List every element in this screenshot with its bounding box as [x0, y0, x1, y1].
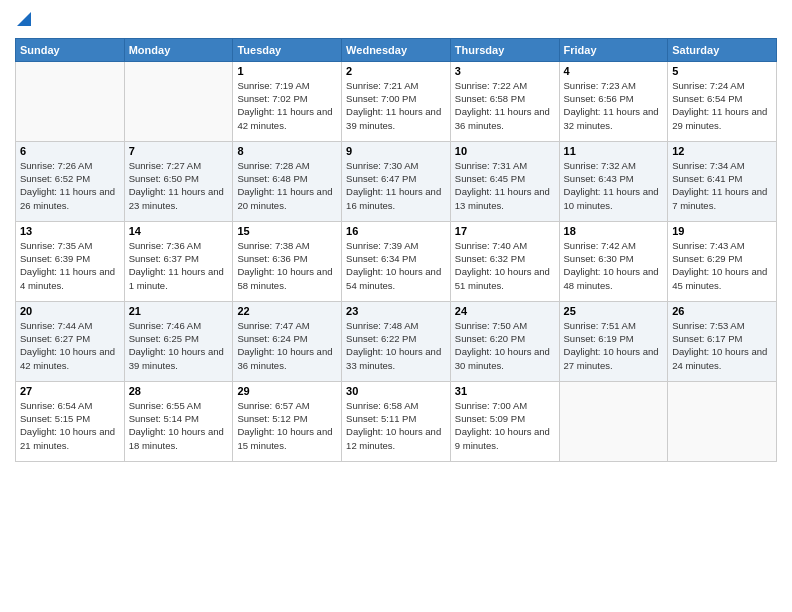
calendar-cell: 24Sunrise: 7:50 AMSunset: 6:20 PMDayligh… [450, 301, 559, 381]
calendar-cell: 21Sunrise: 7:46 AMSunset: 6:25 PMDayligh… [124, 301, 233, 381]
day-info: Sunrise: 7:00 AMSunset: 5:09 PMDaylight:… [455, 399, 555, 452]
day-info: Sunrise: 7:51 AMSunset: 6:19 PMDaylight:… [564, 319, 664, 372]
day-number: 27 [20, 385, 120, 397]
day-info: Sunrise: 7:46 AMSunset: 6:25 PMDaylight:… [129, 319, 229, 372]
calendar-cell: 7Sunrise: 7:27 AMSunset: 6:50 PMDaylight… [124, 141, 233, 221]
day-number: 30 [346, 385, 446, 397]
day-info: Sunrise: 6:54 AMSunset: 5:15 PMDaylight:… [20, 399, 120, 452]
calendar-cell: 20Sunrise: 7:44 AMSunset: 6:27 PMDayligh… [16, 301, 125, 381]
calendar-week-row: 27Sunrise: 6:54 AMSunset: 5:15 PMDayligh… [16, 381, 777, 461]
day-number: 24 [455, 305, 555, 317]
day-number: 3 [455, 65, 555, 77]
calendar-cell: 18Sunrise: 7:42 AMSunset: 6:30 PMDayligh… [559, 221, 668, 301]
day-info: Sunrise: 7:32 AMSunset: 6:43 PMDaylight:… [564, 159, 664, 212]
day-number: 11 [564, 145, 664, 157]
day-number: 9 [346, 145, 446, 157]
day-number: 4 [564, 65, 664, 77]
day-info: Sunrise: 7:19 AMSunset: 7:02 PMDaylight:… [237, 79, 337, 132]
calendar-cell: 14Sunrise: 7:36 AMSunset: 6:37 PMDayligh… [124, 221, 233, 301]
day-info: Sunrise: 7:43 AMSunset: 6:29 PMDaylight:… [672, 239, 772, 292]
calendar-cell: 19Sunrise: 7:43 AMSunset: 6:29 PMDayligh… [668, 221, 777, 301]
day-number: 1 [237, 65, 337, 77]
calendar-cell: 17Sunrise: 7:40 AMSunset: 6:32 PMDayligh… [450, 221, 559, 301]
day-info: Sunrise: 7:34 AMSunset: 6:41 PMDaylight:… [672, 159, 772, 212]
day-number: 14 [129, 225, 229, 237]
day-number: 8 [237, 145, 337, 157]
day-info: Sunrise: 7:31 AMSunset: 6:45 PMDaylight:… [455, 159, 555, 212]
calendar-cell: 22Sunrise: 7:47 AMSunset: 6:24 PMDayligh… [233, 301, 342, 381]
calendar-cell: 23Sunrise: 7:48 AMSunset: 6:22 PMDayligh… [342, 301, 451, 381]
calendar-cell: 27Sunrise: 6:54 AMSunset: 5:15 PMDayligh… [16, 381, 125, 461]
day-info: Sunrise: 7:42 AMSunset: 6:30 PMDaylight:… [564, 239, 664, 292]
day-info: Sunrise: 7:36 AMSunset: 6:37 PMDaylight:… [129, 239, 229, 292]
day-number: 2 [346, 65, 446, 77]
calendar-cell: 26Sunrise: 7:53 AMSunset: 6:17 PMDayligh… [668, 301, 777, 381]
calendar-cell: 1Sunrise: 7:19 AMSunset: 7:02 PMDaylight… [233, 61, 342, 141]
day-number: 18 [564, 225, 664, 237]
calendar-cell: 11Sunrise: 7:32 AMSunset: 6:43 PMDayligh… [559, 141, 668, 221]
day-info: Sunrise: 7:35 AMSunset: 6:39 PMDaylight:… [20, 239, 120, 292]
weekday-header-thursday: Thursday [450, 38, 559, 61]
day-number: 25 [564, 305, 664, 317]
day-info: Sunrise: 7:30 AMSunset: 6:47 PMDaylight:… [346, 159, 446, 212]
day-number: 23 [346, 305, 446, 317]
day-info: Sunrise: 7:26 AMSunset: 6:52 PMDaylight:… [20, 159, 120, 212]
logo-triangle-icon [17, 12, 31, 26]
day-number: 5 [672, 65, 772, 77]
day-number: 6 [20, 145, 120, 157]
day-info: Sunrise: 7:50 AMSunset: 6:20 PMDaylight:… [455, 319, 555, 372]
calendar-cell: 28Sunrise: 6:55 AMSunset: 5:14 PMDayligh… [124, 381, 233, 461]
svg-marker-0 [17, 12, 31, 26]
calendar-cell: 31Sunrise: 7:00 AMSunset: 5:09 PMDayligh… [450, 381, 559, 461]
calendar-cell: 12Sunrise: 7:34 AMSunset: 6:41 PMDayligh… [668, 141, 777, 221]
weekday-header-friday: Friday [559, 38, 668, 61]
day-number: 10 [455, 145, 555, 157]
day-info: Sunrise: 6:57 AMSunset: 5:12 PMDaylight:… [237, 399, 337, 452]
calendar-week-row: 20Sunrise: 7:44 AMSunset: 6:27 PMDayligh… [16, 301, 777, 381]
calendar-cell: 13Sunrise: 7:35 AMSunset: 6:39 PMDayligh… [16, 221, 125, 301]
calendar-week-row: 13Sunrise: 7:35 AMSunset: 6:39 PMDayligh… [16, 221, 777, 301]
day-info: Sunrise: 7:28 AMSunset: 6:48 PMDaylight:… [237, 159, 337, 212]
calendar-cell [16, 61, 125, 141]
calendar-cell: 4Sunrise: 7:23 AMSunset: 6:56 PMDaylight… [559, 61, 668, 141]
day-info: Sunrise: 7:44 AMSunset: 6:27 PMDaylight:… [20, 319, 120, 372]
weekday-header-sunday: Sunday [16, 38, 125, 61]
day-number: 21 [129, 305, 229, 317]
day-info: Sunrise: 7:53 AMSunset: 6:17 PMDaylight:… [672, 319, 772, 372]
day-info: Sunrise: 7:39 AMSunset: 6:34 PMDaylight:… [346, 239, 446, 292]
day-number: 13 [20, 225, 120, 237]
day-number: 22 [237, 305, 337, 317]
calendar-cell [124, 61, 233, 141]
day-number: 17 [455, 225, 555, 237]
calendar-cell: 15Sunrise: 7:38 AMSunset: 6:36 PMDayligh… [233, 221, 342, 301]
calendar-table: SundayMondayTuesdayWednesdayThursdayFrid… [15, 38, 777, 462]
calendar-week-row: 6Sunrise: 7:26 AMSunset: 6:52 PMDaylight… [16, 141, 777, 221]
weekday-header-monday: Monday [124, 38, 233, 61]
page-header [15, 10, 777, 30]
calendar-cell: 29Sunrise: 6:57 AMSunset: 5:12 PMDayligh… [233, 381, 342, 461]
day-number: 29 [237, 385, 337, 397]
day-number: 20 [20, 305, 120, 317]
day-info: Sunrise: 7:47 AMSunset: 6:24 PMDaylight:… [237, 319, 337, 372]
calendar-cell: 25Sunrise: 7:51 AMSunset: 6:19 PMDayligh… [559, 301, 668, 381]
day-info: Sunrise: 7:24 AMSunset: 6:54 PMDaylight:… [672, 79, 772, 132]
calendar-cell: 8Sunrise: 7:28 AMSunset: 6:48 PMDaylight… [233, 141, 342, 221]
day-number: 31 [455, 385, 555, 397]
day-info: Sunrise: 7:23 AMSunset: 6:56 PMDaylight:… [564, 79, 664, 132]
day-number: 15 [237, 225, 337, 237]
day-info: Sunrise: 6:58 AMSunset: 5:11 PMDaylight:… [346, 399, 446, 452]
calendar-cell: 5Sunrise: 7:24 AMSunset: 6:54 PMDaylight… [668, 61, 777, 141]
weekday-header-tuesday: Tuesday [233, 38, 342, 61]
calendar-cell: 10Sunrise: 7:31 AMSunset: 6:45 PMDayligh… [450, 141, 559, 221]
logo [15, 10, 31, 30]
day-info: Sunrise: 7:27 AMSunset: 6:50 PMDaylight:… [129, 159, 229, 212]
weekday-header-wednesday: Wednesday [342, 38, 451, 61]
calendar-cell [559, 381, 668, 461]
day-number: 16 [346, 225, 446, 237]
day-info: Sunrise: 6:55 AMSunset: 5:14 PMDaylight:… [129, 399, 229, 452]
weekday-header-saturday: Saturday [668, 38, 777, 61]
day-info: Sunrise: 7:21 AMSunset: 7:00 PMDaylight:… [346, 79, 446, 132]
day-number: 7 [129, 145, 229, 157]
calendar-cell: 6Sunrise: 7:26 AMSunset: 6:52 PMDaylight… [16, 141, 125, 221]
calendar-cell [668, 381, 777, 461]
